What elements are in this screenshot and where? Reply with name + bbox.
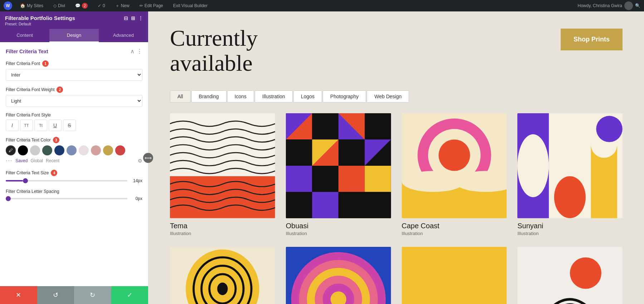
cancel-icon: ✕ <box>16 291 21 299</box>
font-weight-select[interactable]: Thin Light Regular Medium Semi Bold Bold <box>6 95 142 107</box>
save-icon: ✓ <box>127 291 132 299</box>
filter-tab-branding[interactable]: Branding <box>191 90 226 103</box>
home-icon: 🏠 <box>20 3 25 8</box>
filter-tab-icons[interactable]: Icons <box>227 90 254 103</box>
portfolio-thumb-bottom2 <box>286 247 391 304</box>
preview-area: Currentlyavailable Shop Prints All Brand… <box>148 11 644 304</box>
font-select[interactable]: Inter Roboto Open Sans Lato <box>6 69 142 81</box>
capitalize-button[interactable]: Tt <box>34 120 47 131</box>
panel-title-bar: Filterable Portfolio Settings ⊟ ⊞ ⋮ <box>5 15 143 21</box>
redo-button[interactable]: ↻ <box>74 286 111 304</box>
svg-rect-12 <box>312 166 338 192</box>
tab-content[interactable]: Content <box>0 29 49 42</box>
panel-footer: ✕ ↺ ↻ ✓ <box>0 286 148 304</box>
user-avatar <box>624 1 633 10</box>
portfolio-item-bottom1[interactable] <box>170 247 275 304</box>
color-tab-global[interactable]: Global <box>30 158 43 163</box>
svg-rect-52 <box>517 247 623 304</box>
font-style-group: Filter Criteria Font Style I TT Tt U S <box>6 113 142 131</box>
filter-tab-logos[interactable]: Logos <box>293 90 322 103</box>
panel-preset[interactable]: Preset: Default <box>5 22 143 26</box>
new-content-menu[interactable]: ＋ New <box>113 0 132 11</box>
portfolio-item-tema[interactable]: Tema Illustration <box>170 113 275 236</box>
portfolio-category-sunyani: Illustration <box>517 231 623 236</box>
portfolio-thumb-bottom4 <box>517 247 623 304</box>
color-swatch-dark-green[interactable] <box>42 145 52 155</box>
portfolio-grid: Tema Illustration <box>170 113 623 304</box>
italic-button[interactable]: I <box>6 120 19 131</box>
save-button[interactable]: ✓ <box>111 286 148 304</box>
portfolio-item-obuasi[interactable]: Obuasi Illustration <box>286 113 391 236</box>
tab-design[interactable]: Design <box>49 29 99 42</box>
color-swatch-periwinkle[interactable] <box>67 145 77 155</box>
underline-button[interactable]: U <box>49 120 62 131</box>
section-menu-icon[interactable]: ⋮ <box>137 48 142 55</box>
approve-icon: ✓ <box>98 3 101 8</box>
redo-icon: ↻ <box>90 291 95 299</box>
undo-button[interactable]: ↺ <box>37 286 74 304</box>
cancel-button[interactable]: ✕ <box>0 286 37 304</box>
size-slider-thumb[interactable] <box>23 178 28 183</box>
portfolio-item-cape-coast[interactable]: Cape Coast Illustration <box>402 113 507 236</box>
spacing-slider-value: 0px <box>131 196 142 201</box>
panel-content: Filter Criteria Text ∧ ⋮ Filter Criteria… <box>0 42 148 286</box>
strikethrough-button[interactable]: S <box>63 120 76 131</box>
layout-icon[interactable]: ⊞ <box>131 15 135 21</box>
color-swatch-red[interactable] <box>115 145 125 155</box>
size-slider-fill <box>6 180 23 181</box>
spacing-slider-thumb[interactable] <box>6 196 11 201</box>
uppercase-button[interactable]: TT <box>20 120 33 131</box>
portfolio-category-tema: Illustration <box>170 231 275 236</box>
search-icon[interactable]: 🔍 <box>635 3 640 8</box>
divi-menu[interactable]: ◇ Divi <box>51 0 67 11</box>
color-swatch-light-gray[interactable] <box>30 145 40 155</box>
portfolio-item-sunyani[interactable]: Sunyani Illustration <box>517 113 623 236</box>
eyedropper-tool[interactable]: 🖊 <box>6 145 16 155</box>
svg-point-36 <box>554 176 586 218</box>
color-swatch-light-pink[interactable] <box>79 145 89 155</box>
collapse-icon[interactable]: ∧ <box>130 48 135 55</box>
filter-tab-photography[interactable]: Photography <box>323 90 366 103</box>
portfolio-category-obuasi: Illustration <box>286 231 391 236</box>
section-header: Filter Criteria Text ∧ ⋮ <box>6 48 142 55</box>
minimize-icon[interactable]: ⊟ <box>124 15 128 21</box>
text-color-label: Filter Criteria Text Color 3 <box>6 137 142 143</box>
color-swatch-gold[interactable] <box>103 145 113 155</box>
my-sites-menu[interactable]: 🏠 My Sites <box>18 0 45 11</box>
color-swatch-dusty-rose[interactable] <box>91 145 101 155</box>
filter-tabs: All Branding Icons Illustration Logos Ph… <box>170 90 623 103</box>
user-menu[interactable]: Howdy, Christina Gwira 🔍 <box>578 1 640 10</box>
letter-spacing-slider: 0px <box>6 196 142 201</box>
filter-tab-webdesign[interactable]: Web Design <box>367 90 409 103</box>
size-slider-track[interactable] <box>6 180 127 181</box>
portfolio-item-bottom3[interactable] <box>402 247 507 304</box>
portfolio-item-bottom2[interactable]: ··· <box>286 247 391 304</box>
portfolio-name-tema: Tema <box>170 222 275 230</box>
portfolio-item-bottom4[interactable] <box>517 247 623 304</box>
more-colors-dots[interactable]: ··· <box>6 158 13 164</box>
color-swatch-dark-blue[interactable] <box>54 145 64 155</box>
step-badge-3: 3 <box>53 137 59 143</box>
settings-panel: Filterable Portfolio Settings ⊟ ⊞ ⋮ Pres… <box>0 11 148 304</box>
spacing-slider-track[interactable] <box>6 198 127 199</box>
filter-tab-illustration[interactable]: Illustration <box>255 90 293 103</box>
exit-builder-link[interactable]: Exit Visual Builder <box>171 0 210 11</box>
more-options-icon[interactable]: ⋮ <box>138 15 143 21</box>
shop-prints-button[interactable]: Shop Prints <box>561 29 623 50</box>
section-actions: ∧ ⋮ <box>130 48 142 55</box>
font-weight-group: Filter Criteria Font Weight 2 Thin Light… <box>6 86 142 107</box>
comments-menu[interactable]: 💬 2 <box>73 0 90 11</box>
color-tab-recent[interactable]: Recent <box>46 158 59 163</box>
edit-page-link[interactable]: ✏ Edit Page <box>137 0 165 11</box>
filter-tab-all[interactable]: All <box>170 90 191 103</box>
color-swatch-black[interactable] <box>18 145 28 155</box>
color-settings-icon[interactable]: ⚙ <box>138 158 142 164</box>
drag-handle[interactable]: ⟺ <box>143 153 153 163</box>
portfolio-thumb-bottom3 <box>402 247 507 304</box>
approve-comments[interactable]: ✓ 0 <box>96 0 107 11</box>
font-group: Filter Criteria Font 1 Inter Roboto Open… <box>6 60 142 81</box>
tab-advanced[interactable]: Advanced <box>99 29 148 42</box>
color-tab-saved[interactable]: Saved <box>15 158 28 163</box>
wordpress-logo-icon[interactable]: W <box>4 1 12 10</box>
portfolio-name-sunyani: Sunyani <box>517 222 623 230</box>
